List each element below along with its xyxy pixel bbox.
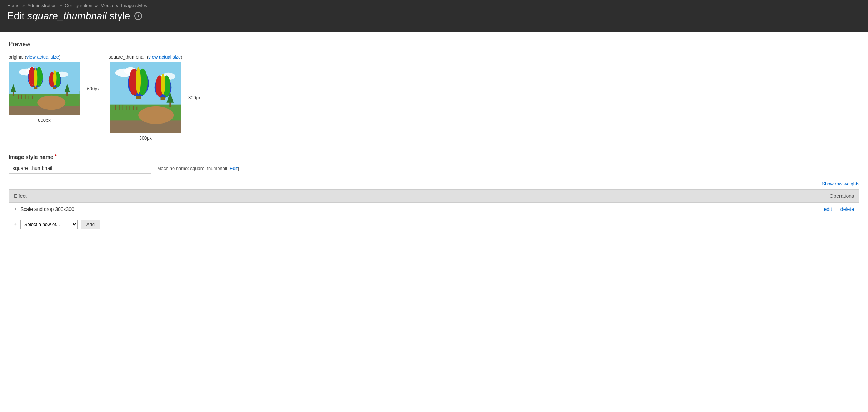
edit-effect-link[interactable]: edit (824, 206, 832, 212)
original-height-label: 600px (87, 86, 100, 91)
original-label: original (view actual size) (9, 54, 60, 60)
svg-rect-27 (53, 87, 56, 89)
svg-rect-56 (161, 97, 165, 100)
thumbnail-image (110, 62, 181, 133)
page-content: Preview original (view actual size) (0, 32, 868, 242)
original-view-actual-size-link[interactable]: view actual size (26, 54, 59, 60)
new-effect-select[interactable]: Select a new ef... (20, 220, 78, 229)
breadcrumb-home[interactable]: Home (7, 3, 20, 8)
table-row: ✦ Scale and crop 300x300 edit delete (9, 203, 859, 216)
image-style-name-section: Image style name * Machine name: square_… (9, 154, 859, 174)
svg-rect-9 (32, 96, 33, 99)
svg-rect-38 (133, 106, 134, 110)
image-style-name-label: Image style name * (9, 154, 859, 160)
breadcrumb-current: Image styles (121, 3, 147, 8)
svg-point-2 (37, 96, 65, 110)
effects-table-header-row: Effect Operations (9, 190, 859, 203)
thumbnail-preview: square_thumbnail (view actual size) (109, 54, 183, 141)
svg-rect-5 (18, 95, 19, 99)
add-effect-row: ✦ Select a new ef... Add (9, 216, 859, 233)
original-preview: original (view actual size) (9, 54, 80, 123)
original-width-label: 800px (38, 117, 50, 123)
machine-name-edit-link[interactable]: Edit (230, 166, 238, 171)
original-image-wrapper: 600px (9, 62, 80, 115)
svg-rect-39 (137, 107, 138, 110)
delete-effect-link[interactable]: delete (840, 206, 854, 212)
breadcrumb-sep-4: » (116, 3, 118, 8)
page-header: Home » Administration » Configuration » … (0, 0, 868, 32)
page-title: Edit square_thumbnail style + (7, 10, 861, 27)
svg-rect-0 (9, 62, 79, 94)
thumbnail-height-label: 300px (188, 95, 201, 100)
svg-rect-37 (130, 106, 130, 110)
svg-rect-36 (126, 106, 127, 110)
preview-container: original (view actual size) (9, 54, 859, 141)
svg-point-26 (53, 70, 57, 86)
svg-point-32 (139, 106, 174, 124)
machine-name-text: Machine name: square_thumbnail [Edit] (157, 166, 239, 171)
svg-point-48 (136, 67, 141, 94)
effect-cell: ✦ Scale and crop 300x300 (9, 203, 517, 216)
thumbnail-view-actual-size-link[interactable]: view actual size (148, 54, 181, 60)
breadcrumb-sep-2: » (59, 3, 62, 8)
svg-rect-35 (123, 105, 123, 110)
add-effect-cell: ✦ Select a new ef... Add (9, 216, 859, 233)
operations-col-header: Operations (517, 190, 859, 203)
svg-rect-34 (119, 105, 120, 110)
preview-heading: Preview (9, 41, 859, 48)
thumbnail-image-wrapper: 300px (110, 62, 181, 133)
operations-cell: edit delete (517, 203, 859, 216)
svg-point-55 (161, 74, 165, 95)
row-weights-section: Show row weights (9, 181, 859, 186)
original-image (9, 62, 80, 115)
breadcrumb-media[interactable]: Media (100, 3, 113, 8)
breadcrumb-configuration[interactable]: Configuration (65, 3, 92, 8)
image-style-name-input[interactable] (9, 163, 151, 174)
svg-rect-7 (25, 95, 26, 99)
breadcrumb-sep-3: » (95, 3, 98, 8)
add-row-handle: ✦ (14, 222, 17, 227)
thumbnail-width-label: 300px (139, 135, 152, 141)
page-title-prefix: Edit (7, 10, 24, 22)
breadcrumb-sep-1: » (22, 3, 25, 8)
image-style-name-field-row: Machine name: square_thumbnail [Edit] (9, 163, 859, 174)
effects-table-head: Effect Operations (9, 190, 859, 203)
effect-label: Scale and crop 300x300 (20, 206, 74, 212)
effects-table: Effect Operations ✦ Scale and crop 300x3… (9, 189, 859, 233)
add-shortcut-icon[interactable]: + (134, 12, 142, 20)
svg-rect-49 (136, 96, 141, 99)
breadcrumb-administration[interactable]: Administration (27, 3, 56, 8)
svg-rect-20 (34, 87, 37, 89)
thumbnail-label: square_thumbnail (view actual size) (109, 54, 183, 60)
drag-handle-icon[interactable]: ✦ (14, 207, 17, 212)
effects-table-body: ✦ Scale and crop 300x300 edit delete ✦ S… (9, 203, 859, 233)
svg-rect-33 (115, 105, 116, 110)
breadcrumb: Home » Administration » Configuration » … (7, 3, 861, 8)
page-title-italic: square_thumbnail (27, 10, 107, 22)
required-indicator: * (55, 154, 57, 160)
svg-rect-6 (21, 95, 22, 99)
preview-section: Preview original (view actual size) (9, 41, 859, 141)
svg-rect-8 (29, 96, 29, 99)
show-row-weights-link[interactable]: Show row weights (822, 181, 859, 186)
page-title-suffix: style (110, 10, 130, 22)
effect-col-header: Effect (9, 190, 517, 203)
add-effect-button[interactable]: Add (81, 220, 100, 229)
svg-point-19 (34, 68, 37, 88)
